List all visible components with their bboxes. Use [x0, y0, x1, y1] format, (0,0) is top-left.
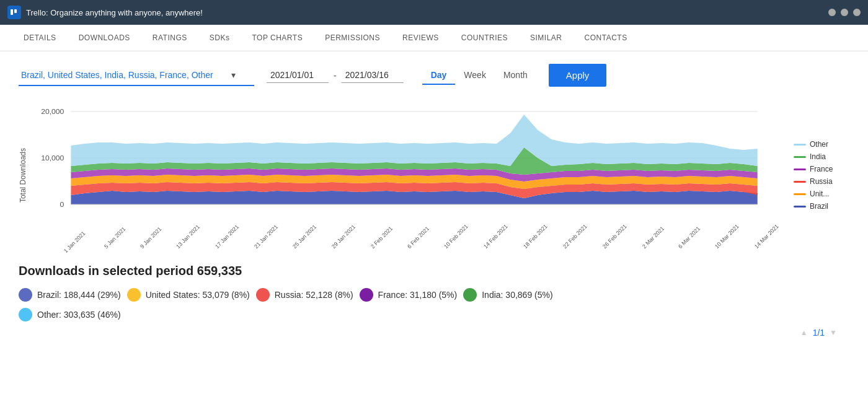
- summary-stats-row2: Other: 303,635 (46%): [19, 308, 849, 321]
- svg-text:0: 0: [60, 201, 64, 208]
- stat-dot-france: [360, 288, 373, 302]
- nav-countries[interactable]: COUNTRIES: [450, 25, 519, 51]
- legend-label-brazil: Brazil: [810, 202, 828, 211]
- nav-reviews[interactable]: REVIEWS: [391, 25, 450, 51]
- next-page-arrow[interactable]: ▼: [830, 328, 837, 337]
- summary-section: Downloads in selected period 659,335 Bra…: [19, 264, 849, 321]
- nav-top-charts[interactable]: TOP CHARTS: [241, 25, 314, 51]
- legend-color-india: [794, 156, 806, 158]
- stat-dot-india: [463, 288, 477, 302]
- stat-dot-brazil: [19, 288, 32, 302]
- svg-rect-0: [11, 9, 13, 15]
- legend-label-russia: Russia: [810, 177, 833, 186]
- stat-brazil: Brazil: 188,444 (29%): [19, 288, 121, 302]
- nav-downloads[interactable]: DOWNLOADS: [68, 25, 141, 51]
- nav-permissions[interactable]: PERMISSIONS: [314, 25, 391, 51]
- chart-legend: Other India France Russia Unit... Brazil: [794, 99, 849, 251]
- legend-color-brazil: [794, 206, 806, 208]
- tab-month[interactable]: Month: [495, 66, 536, 85]
- stat-other: Other: 303,635 (46%): [19, 308, 121, 321]
- page-info: 1/1: [813, 328, 825, 338]
- legend-russia: Russia: [794, 177, 849, 186]
- titlebar: Trello: Organize anything with anyone, a…: [0, 0, 868, 25]
- country-selector[interactable]: Brazil, United States, India, Russia, Fr…: [19, 65, 254, 86]
- nav-similar[interactable]: SIMILAR: [519, 25, 574, 51]
- legend-color-other: [794, 144, 806, 146]
- legend-label-france: France: [810, 165, 833, 173]
- legend-other: Other: [794, 140, 849, 149]
- legend-label-india: India: [810, 152, 826, 161]
- legend-color-us: [794, 193, 806, 195]
- legend-label-us: Unit...: [810, 190, 829, 198]
- stat-russia: Russia: 52,128 (8%): [256, 288, 353, 302]
- chart-area: 20,000 10,000 0: [30, 99, 785, 251]
- svg-marker-13: [71, 115, 757, 166]
- stat-label-other: Other: 303,635 (46%): [37, 310, 121, 320]
- summary-stats: Brazil: 188,444 (29%) United States: 53,…: [19, 288, 849, 302]
- nav-contacts[interactable]: CONTACTS: [574, 25, 639, 51]
- main-nav: DETAILS DOWNLOADS RATINGS SDKs TOP CHART…: [0, 25, 868, 51]
- svg-text:20,000: 20,000: [41, 108, 64, 115]
- chart-svg: 20,000 10,000 0: [30, 99, 785, 242]
- chevron-down-icon: ▾: [231, 70, 236, 80]
- minimize-btn[interactable]: [828, 9, 836, 16]
- svg-text:10,000: 10,000: [41, 154, 64, 162]
- stat-dot-russia: [256, 288, 270, 302]
- summary-title: Downloads in selected period 659,335: [19, 264, 849, 278]
- window-controls: [828, 9, 861, 16]
- svg-rect-1: [14, 9, 17, 13]
- date-range-picker: -: [267, 68, 404, 83]
- stat-dot-us: [127, 288, 141, 302]
- nav-sdks[interactable]: SDKs: [198, 25, 241, 51]
- period-tabs: Day Week Month: [422, 66, 536, 85]
- date-end-input[interactable]: [342, 68, 404, 83]
- legend-france: France: [794, 165, 849, 173]
- date-start-input[interactable]: [267, 68, 329, 83]
- svg-marker-8: [71, 191, 757, 204]
- country-select-text: Brazil, United States, India, Russia, Fr…: [21, 70, 226, 80]
- nav-ratings[interactable]: RATINGS: [141, 25, 198, 51]
- window-title: Trello: Organize anything with anyone, a…: [26, 8, 823, 17]
- date-separator: -: [334, 71, 337, 81]
- apply-button[interactable]: Apply: [549, 64, 607, 87]
- stat-label-us: United States: 53,079 (8%): [146, 290, 250, 300]
- x-axis-labels: 1 Jan 2021 5 Jan 2021 9 Jan 2021 13 Jan …: [30, 244, 785, 251]
- stat-india: India: 30,869 (5%): [463, 288, 552, 302]
- stat-us: United States: 53,079 (8%): [127, 288, 250, 302]
- y-axis-label: Total Downloads: [19, 148, 27, 203]
- prev-page-arrow[interactable]: ▲: [800, 328, 808, 337]
- app-logo: [7, 6, 21, 19]
- tab-week[interactable]: Week: [455, 66, 495, 85]
- nav-details[interactable]: DETAILS: [12, 25, 68, 51]
- stat-label-india: India: 30,869 (5%): [482, 290, 552, 300]
- chart-container: Total Downloads 20,000 10,000 0: [19, 99, 849, 251]
- maximize-btn[interactable]: [841, 9, 848, 16]
- stat-france: France: 31,180 (5%): [360, 288, 458, 302]
- main-content: Brazil, United States, India, Russia, Fr…: [0, 51, 868, 350]
- pagination: ▲ 1/1 ▼: [19, 328, 849, 338]
- stat-label-brazil: Brazil: 188,444 (29%): [37, 290, 121, 300]
- close-btn[interactable]: [853, 9, 861, 16]
- legend-india: India: [794, 152, 849, 161]
- tab-day[interactable]: Day: [422, 66, 456, 85]
- stat-dot-other: [19, 308, 32, 321]
- legend-color-france: [794, 168, 806, 170]
- filter-row: Brazil, United States, India, Russia, Fr…: [19, 64, 849, 87]
- legend-us: Unit...: [794, 190, 849, 198]
- legend-brazil: Brazil: [794, 202, 849, 211]
- stat-label-russia: Russia: 52,128 (8%): [275, 290, 353, 300]
- legend-label-other: Other: [810, 140, 828, 149]
- stat-label-france: France: 31,180 (5%): [378, 290, 458, 300]
- legend-color-russia: [794, 181, 806, 183]
